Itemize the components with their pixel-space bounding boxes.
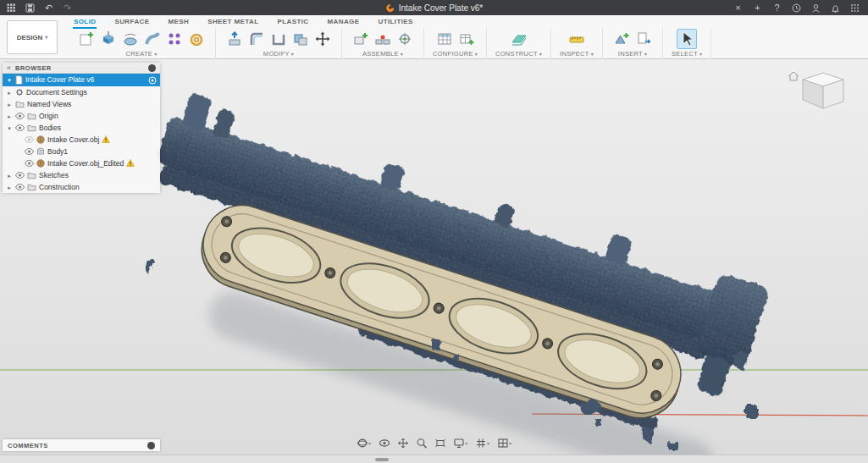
notifications-button[interactable] (830, 3, 841, 14)
visibility-eye-icon[interactable] (15, 184, 25, 190)
browser-item-bodies[interactable]: ▾ Bodies (3, 122, 160, 134)
pan-button[interactable] (397, 438, 408, 449)
group-inspect-label[interactable]: INSPECT▾ (560, 50, 594, 58)
expand-arrow-icon[interactable]: ▾ (6, 125, 13, 131)
extrude-button[interactable] (98, 29, 119, 49)
browser-item-body1[interactable]: Body1 (3, 146, 160, 157)
select-cursor-icon (678, 30, 695, 47)
display-settings-button[interactable]: ▾ (453, 438, 467, 449)
expand-arrow-icon[interactable]: ▸ (6, 173, 13, 179)
pan-icon (397, 438, 408, 449)
joint-button[interactable] (373, 29, 393, 49)
pattern-button[interactable] (164, 29, 185, 49)
workspace-selector[interactable]: DESIGN ▾ (7, 20, 58, 54)
measure-button[interactable] (567, 29, 587, 49)
tab-sheet-metal[interactable]: SHEET METAL (207, 16, 259, 29)
browser-item-named-views[interactable]: ▸ Named Views (3, 98, 160, 110)
select-button[interactable] (677, 29, 697, 49)
comments-options-icon[interactable] (147, 442, 155, 449)
viewports-button[interactable]: ▾ (497, 438, 511, 449)
account-button[interactable] (810, 3, 821, 14)
group-configure-label[interactable]: CONFIGURE▾ (433, 50, 478, 58)
combine-button[interactable] (290, 29, 311, 49)
joint-origin-button[interactable] (395, 29, 415, 49)
shell-button[interactable] (268, 29, 289, 49)
browser-item-document-settings[interactable]: ▸ Document Settings (3, 86, 160, 98)
expand-arrow-icon[interactable]: ▸ (6, 185, 13, 190)
app-switcher-dots-icon (850, 3, 860, 13)
browser-root-item[interactable]: ▾ Intake Cover Plate v6 (3, 74, 160, 86)
insert-derive-button[interactable] (633, 29, 654, 49)
insert-mesh-button[interactable] (611, 29, 632, 49)
tab-surface[interactable]: SURFACE (113, 16, 150, 29)
sweep-button[interactable] (142, 29, 163, 49)
component-activate-icon[interactable] (148, 76, 157, 85)
app-switcher-button[interactable] (849, 3, 860, 14)
configuration-table-button[interactable] (456, 29, 477, 49)
new-document-button[interactable]: + (752, 3, 763, 14)
navigation-bar: ▾ ▾ ▾ ▾ (357, 438, 511, 449)
chevron-down-icon: ▾ (401, 52, 403, 57)
redo-button[interactable]: ↷ (62, 3, 73, 14)
joint-icon (374, 30, 391, 47)
view-cube[interactable] (788, 72, 843, 108)
panel-options-icon[interactable] (148, 64, 156, 72)
visibility-eye-icon[interactable] (15, 113, 25, 119)
tab-manage[interactable]: MANAGE (327, 16, 361, 29)
group-modify-label[interactable]: MODIFY▾ (263, 50, 294, 58)
pattern-icon (166, 30, 183, 47)
browser-item-intake-cover-obj-edited[interactable]: Intake Cover.obj_Edited (3, 157, 160, 169)
look-at-button[interactable] (379, 438, 390, 449)
construction-plane-button[interactable] (509, 29, 529, 49)
configure-button[interactable] (434, 29, 455, 49)
browser-item-intake-cover-obj[interactable]: Intake Cover.obj (3, 134, 160, 146)
home-icon[interactable] (788, 72, 799, 80)
help-button[interactable]: ? (771, 3, 782, 14)
move-copy-button[interactable] (312, 29, 333, 49)
visibility-eye-icon[interactable] (25, 136, 34, 143)
timeline-handle[interactable] (375, 458, 389, 461)
revolve-button[interactable] (120, 29, 141, 49)
chevron-down-icon: ▾ (487, 441, 489, 446)
visibility-eye-icon[interactable] (15, 124, 25, 131)
tab-mesh[interactable]: MESH (167, 16, 190, 29)
group-assemble-label[interactable]: ASSEMBLE▾ (362, 50, 403, 58)
browser-item-sketches[interactable]: ▸ Sketches (3, 169, 160, 181)
zoom-button[interactable] (416, 438, 427, 449)
collapse-panel-icon[interactable]: « (7, 64, 11, 72)
visibility-eye-icon[interactable] (25, 148, 34, 155)
sweep-icon (144, 30, 161, 47)
comments-panel[interactable]: COMMENTS (3, 439, 160, 451)
new-component-button[interactable] (351, 29, 371, 49)
group-select-label[interactable]: SELECT▾ (672, 50, 702, 58)
expand-arrow-icon[interactable]: ▾ (6, 77, 13, 83)
undo-button[interactable]: ↶ (43, 3, 54, 14)
folder-icon (27, 113, 36, 120)
tab-solid[interactable]: SOLID (73, 16, 97, 29)
save-button[interactable] (25, 3, 36, 14)
document-tab[interactable]: Intake Cover Plate v6* (385, 3, 484, 13)
press-pull-button[interactable] (224, 29, 245, 49)
view-cube-faces[interactable] (803, 73, 843, 108)
orbit-button[interactable]: ▾ (357, 438, 371, 449)
browser-item-origin[interactable]: ▸ Origin (3, 110, 160, 122)
fit-button[interactable] (434, 438, 445, 449)
history-button[interactable] (791, 3, 802, 14)
tab-plastic[interactable]: PLASTIC (276, 16, 309, 29)
expand-arrow-icon[interactable]: ▸ (6, 90, 13, 96)
grid-snaps-button[interactable]: ▾ (475, 438, 489, 449)
coil-button[interactable] (186, 29, 207, 49)
expand-arrow-icon[interactable]: ▸ (6, 113, 13, 119)
tab-utilities[interactable]: UTILITIES (377, 16, 413, 29)
group-construct-label[interactable]: CONSTRUCT▾ (495, 50, 542, 58)
group-create-label[interactable]: CREATE▾ (126, 50, 158, 58)
expand-arrow-icon[interactable]: ▸ (6, 102, 13, 107)
visibility-eye-icon[interactable] (15, 172, 25, 179)
group-insert-label[interactable]: INSERT▾ (618, 50, 647, 58)
browser-item-construction[interactable]: ▸ Construction (3, 181, 160, 193)
app-menu-icon[interactable] (6, 3, 17, 14)
close-document-button[interactable]: × (733, 3, 744, 14)
fillet-button[interactable] (246, 29, 267, 49)
create-sketch-button[interactable] (76, 29, 97, 49)
visibility-eye-icon[interactable] (25, 160, 34, 167)
